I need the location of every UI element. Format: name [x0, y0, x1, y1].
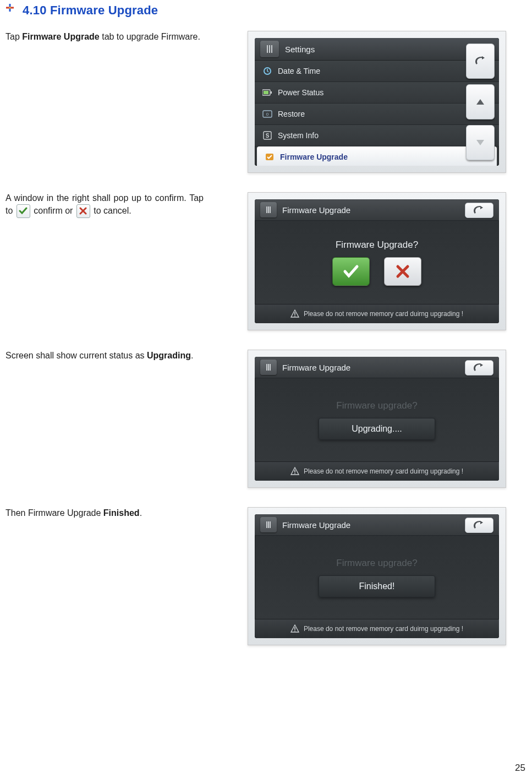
- menu-item-power-status[interactable]: Power Status: [255, 82, 499, 104]
- dialog-header: Firmware Upgrade: [255, 514, 499, 536]
- back-button[interactable]: [465, 360, 493, 376]
- step1-text: Tap Firmware Upgrade tab to upgrade Firm…: [6, 31, 204, 173]
- svg-rect-5: [271, 91, 272, 94]
- status-upgrading: Upgrading....: [319, 418, 435, 440]
- cancel-icon: [76, 204, 90, 218]
- svg-rect-17: [294, 630, 295, 632]
- screenshot-finished: Firmware Upgrade Firmware upgrade? Finis…: [248, 507, 506, 645]
- cancel-button[interactable]: [384, 257, 421, 286]
- restore-icon: 0: [262, 109, 272, 119]
- svg-rect-6: [264, 91, 268, 94]
- dialog-question-faded: Firmware upgrade?: [336, 400, 417, 411]
- battery-icon: [262, 88, 272, 97]
- step4-text: Then Firmware Upgrade Finished.: [6, 507, 204, 645]
- back-button[interactable]: [466, 43, 495, 79]
- screenshot-settings-menu: Settings Date & Time Power Status 0 Rest…: [248, 31, 506, 173]
- dialog-footer: Please do not remove memory card duirng …: [255, 304, 499, 323]
- svg-rect-12: [294, 312, 295, 315]
- back-button[interactable]: [465, 203, 493, 218]
- menu-item-firmware-upgrade[interactable]: Firmware Upgrade: [257, 146, 497, 166]
- menu-item-date-time[interactable]: Date & Time: [255, 61, 499, 82]
- back-button[interactable]: [465, 518, 493, 533]
- dialog-header: Firmware Upgrade: [255, 199, 499, 221]
- warning-icon: [290, 309, 299, 318]
- confirm-icon: [17, 204, 30, 218]
- dialog-question-faded: Firmware upgrade?: [336, 558, 417, 569]
- dialog-footer: Please do not remove memory card duirng …: [255, 461, 499, 481]
- menu-item-restore[interactable]: 0 Restore: [255, 104, 499, 125]
- svg-rect-14: [294, 470, 295, 472]
- warning-icon: [290, 467, 299, 476]
- heading-bullet-icon: [6, 3, 14, 12]
- clock-icon: [262, 66, 272, 76]
- svg-rect-2: [9, 7, 11, 9]
- svg-rect-16: [294, 627, 295, 630]
- drawer-handle-icon[interactable]: [260, 517, 277, 532]
- confirm-button[interactable]: [332, 257, 370, 286]
- drawer-handle-icon[interactable]: [260, 202, 277, 217]
- dialog-header: Firmware Upgrade: [255, 357, 499, 378]
- step3-text: Screen shall show current status as Upgr…: [6, 350, 204, 488]
- svg-rect-13: [294, 315, 295, 317]
- svg-rect-15: [294, 473, 295, 474]
- firmware-upgrade-icon: [265, 152, 275, 162]
- svg-text:0: 0: [266, 112, 269, 117]
- svg-text:S: S: [266, 133, 270, 139]
- settings-header: Settings: [255, 38, 499, 61]
- screenshot-confirm-dialog: Firmware Upgrade Firmware Upgrade?: [248, 192, 506, 330]
- scroll-up-button[interactable]: [466, 84, 495, 119]
- drawer-handle-icon[interactable]: [260, 41, 279, 57]
- screenshot-upgrading: Firmware Upgrade Firmware upgrade? Upgra…: [248, 350, 506, 488]
- warning-icon: [290, 624, 299, 633]
- menu-item-system-info[interactable]: S System Info: [255, 125, 499, 146]
- step2-text: A window in the right shall pop up to co…: [6, 192, 204, 330]
- drawer-handle-icon[interactable]: [260, 360, 277, 375]
- section-heading: 4.10 Firmware Upgrade: [23, 3, 158, 18]
- page-number: 25: [515, 763, 525, 774]
- dialog-footer: Please do not remove memory card duirng …: [255, 619, 499, 638]
- scroll-down-button[interactable]: [466, 125, 495, 160]
- system-info-icon: S: [262, 130, 272, 140]
- status-finished: Finished!: [319, 575, 435, 597]
- dialog-question: Firmware Upgrade?: [336, 240, 418, 251]
